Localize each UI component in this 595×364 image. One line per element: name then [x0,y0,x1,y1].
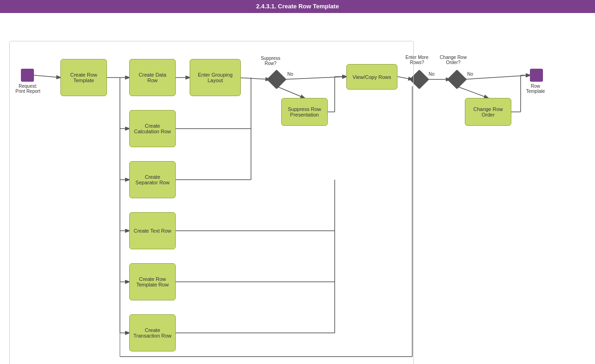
suppress-diamond [267,70,286,89]
create-separator-row-node[interactable]: CreateSeparator Row [129,161,176,198]
create-data-row-node[interactable]: Create DataRow [129,59,176,96]
svg-line-4 [284,77,346,79]
suppress-row-presentation-node[interactable]: Suppress RowPresentation [281,98,328,126]
enter-more-diamond [410,70,429,89]
svg-line-3 [236,78,270,79]
diagram-area: Request:Print Report Create RowTemplate … [0,13,595,364]
change-row-order-diamond [447,70,467,89]
svg-line-5 [277,86,304,98]
create-text-row-node[interactable]: Create Text Row [129,212,176,249]
change-row-order-node[interactable]: Change RowOrder [465,98,511,126]
create-transaction-row-node[interactable]: CreateTransaction Row [129,314,176,351]
create-calculation-row-node[interactable]: CreateCalculation Row [129,110,176,147]
svg-line-11 [464,75,530,79]
view-copy-rows-node[interactable]: View/Copy Rows [346,64,397,90]
end-node [530,69,543,82]
enter-more-no-label: No [429,72,435,77]
svg-line-0 [34,75,60,78]
enter-more-rows-label: Enter MoreRows? [401,55,433,65]
create-template-row-node[interactable]: Create RowTemplate Row [129,263,176,300]
change-row-order-label: Change RowOrder? [435,55,472,65]
create-row-template-node[interactable]: Create RowTemplate [60,59,107,96]
title-bar: 2.4.3.1. Create Row Template [0,0,595,13]
row-template-label: RowTemplate [517,84,554,94]
svg-line-12 [457,86,488,98]
request-label: Request:Print Report [9,84,46,94]
change-no-label: No [467,72,473,77]
enter-grouping-layout-node[interactable]: Enter GroupingLayout [190,59,241,96]
start-node [21,69,34,82]
suppress-no-label: No [287,72,293,77]
suppress-row-label: SuppressRow? [254,56,287,66]
title-text: 2.4.3.1. Create Row Template [256,3,339,10]
